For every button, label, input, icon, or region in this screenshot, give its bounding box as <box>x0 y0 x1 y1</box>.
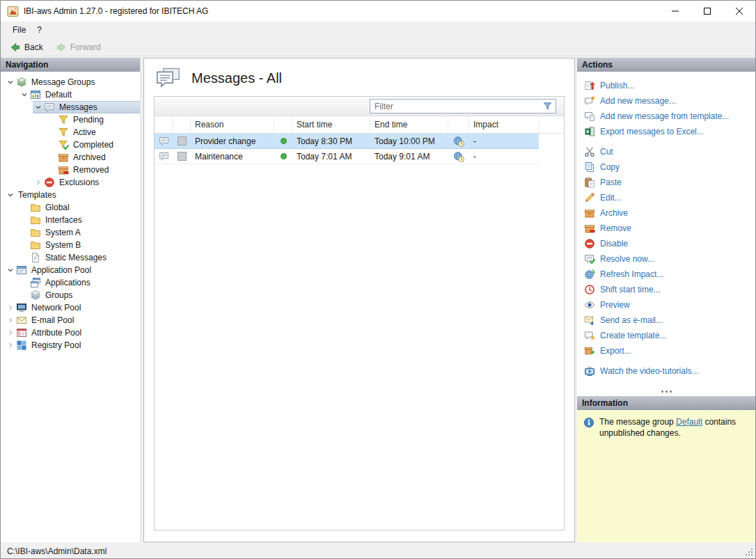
action-watch-video-tutorials[interactable]: Watch the video-tutorials... <box>584 363 751 379</box>
ibi-aws-app-icon <box>7 6 19 17</box>
row-checkbox[interactable] <box>178 136 187 145</box>
column-header-icon[interactable] <box>155 116 173 133</box>
tree-item-label: Archived <box>71 152 108 162</box>
column-header-status[interactable] <box>274 116 292 133</box>
action-create-template[interactable]: Create template... <box>584 328 751 343</box>
action-refresh-impact[interactable]: Refresh Impact... <box>584 267 751 282</box>
tree-item-applications[interactable]: Applications <box>1 276 140 289</box>
column-header-impact-icon[interactable] <box>448 116 469 133</box>
tree-item-global[interactable]: Global <box>1 201 140 214</box>
action-remove[interactable]: Remove <box>584 221 751 236</box>
splitter-grip[interactable] <box>577 387 755 396</box>
action-preview[interactable]: Preview <box>584 297 751 313</box>
tree-item-registry-pool[interactable]: Registry Pool <box>1 339 140 352</box>
action-copy[interactable]: Copy <box>584 159 751 175</box>
chevron-down-icon[interactable] <box>5 265 16 276</box>
column-header-impact[interactable]: Impact <box>469 116 539 133</box>
chevron-right-icon[interactable] <box>5 327 16 338</box>
tree-item-interfaces[interactable]: Interfaces <box>1 214 140 226</box>
archive-box-icon <box>584 207 595 219</box>
message-bubble-icon <box>159 151 169 162</box>
filter-input[interactable] <box>370 102 542 111</box>
action-publish[interactable]: Publish... <box>584 78 751 93</box>
filter-funnel-icon[interactable] <box>542 101 553 111</box>
tree-item-label: Messages <box>57 102 100 112</box>
tree-item-groups[interactable]: Groups <box>1 289 140 301</box>
tree-item-message-groups[interactable]: Message Groups <box>1 76 140 88</box>
tree-item-templates[interactable]: Templates <box>1 189 140 201</box>
chevron-right-icon[interactable] <box>33 177 44 188</box>
chevron-down-icon[interactable] <box>33 102 44 113</box>
tree-item-label: System A <box>43 228 83 237</box>
action-cut[interactable]: Cut <box>584 144 751 159</box>
messages-icon <box>44 102 55 113</box>
tree-item-removed[interactable]: Removed <box>1 164 140 176</box>
registry-blocks-icon <box>16 340 27 351</box>
tree-item-label: Default <box>43 90 74 100</box>
tree-item-application-pool[interactable]: Application Pool <box>1 264 140 276</box>
chevron-down-icon[interactable] <box>5 189 16 200</box>
table-empty-area <box>155 164 564 530</box>
action-export-messages-to-excel[interactable]: Export messages to Excel... <box>584 124 751 139</box>
minimize-button[interactable] <box>659 1 691 22</box>
add-from-template-icon <box>584 111 595 122</box>
action-label: Resolve now... <box>600 254 654 264</box>
funnel-icon <box>58 127 69 138</box>
tree-item-archived[interactable]: Archived <box>1 151 140 164</box>
chevron-right-icon[interactable] <box>5 302 16 313</box>
back-button[interactable]: Back <box>6 40 49 54</box>
action-add-new-message-from-template[interactable]: Add new message from template... <box>584 109 751 124</box>
column-header-end-time[interactable]: End time <box>370 116 448 133</box>
column-header-start-time[interactable]: Start time <box>292 116 370 133</box>
folder-icon <box>30 227 41 238</box>
tree-item-label: Active <box>71 127 98 137</box>
action-label: Shift start time... <box>600 285 661 294</box>
chevron-down-icon[interactable] <box>5 77 16 88</box>
action-edit[interactable]: Edit... <box>584 190 751 205</box>
globe-refresh-icon <box>584 269 595 280</box>
tree-item-completed[interactable]: Completed <box>1 139 140 151</box>
column-header-reason[interactable]: Reason <box>191 116 274 133</box>
row-checkbox[interactable] <box>178 152 187 161</box>
action-shift-start-time[interactable]: Shift start time... <box>584 282 751 297</box>
column-header-checkbox[interactable] <box>173 116 191 133</box>
forward-button[interactable]: Forward <box>52 40 107 54</box>
tree-item-system-a[interactable]: System A <box>1 226 140 239</box>
cell-reason: Maintenance <box>191 149 274 164</box>
menu-file[interactable]: File <box>7 23 31 37</box>
tree-item-active[interactable]: Active <box>1 126 140 139</box>
close-button[interactable] <box>723 1 755 22</box>
chevron-right-icon[interactable] <box>5 315 16 326</box>
tree-item-static-messages[interactable]: Static Messages <box>1 251 140 264</box>
right-panel: Actions Publish... Add new message... <box>577 58 755 542</box>
action-archive[interactable]: Archive <box>584 205 751 221</box>
tree-item-email-pool[interactable]: E-mail Pool <box>1 314 140 326</box>
tree-item-exclusions[interactable]: Exclusions <box>1 176 140 189</box>
table-row[interactable]: Maintenance Today 7:01 AM Today 9:01 AM … <box>155 149 564 164</box>
tree-item-messages[interactable]: Messages <box>1 101 140 113</box>
action-export[interactable]: Export... <box>584 343 751 359</box>
action-resolve-now[interactable]: Resolve now... <box>584 251 751 267</box>
tree-item-pending[interactable]: Pending <box>1 113 140 126</box>
document-icon <box>30 252 41 263</box>
close-icon <box>736 8 743 15</box>
menu-help[interactable]: ? <box>31 23 47 37</box>
information-panel: Information The message group Default co… <box>577 396 755 542</box>
default-group-link[interactable]: Default <box>676 417 702 427</box>
action-send-as-email[interactable]: Send as e-mail... <box>584 313 751 328</box>
tree-item-network-pool[interactable]: Network Pool <box>1 301 140 314</box>
chevron-down-icon[interactable] <box>19 89 30 100</box>
chevron-right-icon[interactable] <box>5 340 16 351</box>
maximize-button[interactable] <box>691 1 723 22</box>
copy-icon <box>584 162 595 173</box>
action-disable[interactable]: Disable <box>584 236 751 251</box>
action-label: Export... <box>600 346 631 356</box>
tree-item-attribute-pool[interactable]: Attribute Pool <box>1 326 140 339</box>
tree-item-system-b[interactable]: System B <box>1 239 140 251</box>
resize-grip[interactable] <box>745 548 753 556</box>
status-green-dot <box>281 153 287 159</box>
tree-item-default[interactable]: Default <box>1 88 140 101</box>
action-add-new-message[interactable]: Add new message... <box>584 93 751 109</box>
action-paste[interactable]: Paste <box>584 175 751 190</box>
table-row[interactable]: Provider change Today 8:30 PM Today 10:0… <box>155 134 564 149</box>
